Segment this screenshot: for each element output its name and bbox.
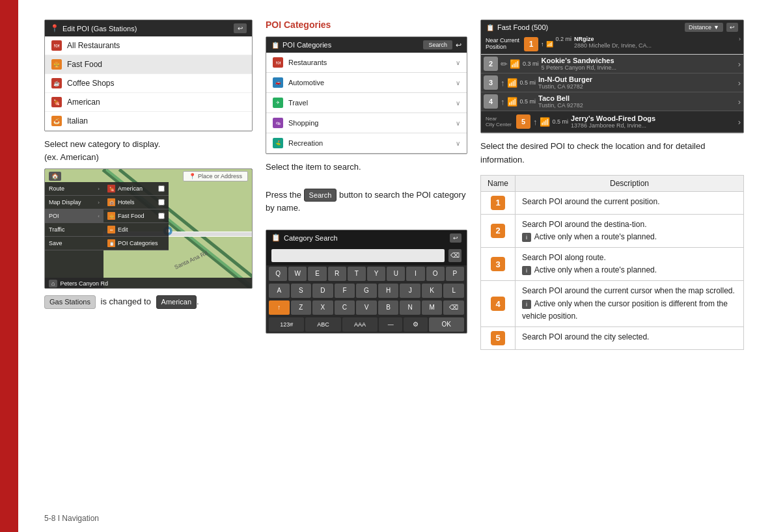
kbd-key-backspace[interactable]: ⌫ [443, 300, 464, 315]
num-badge-1: 1 [491, 196, 505, 210]
kbd-key-h[interactable]: H [378, 284, 399, 298]
cat-title: POI Categories [282, 41, 331, 49]
poi-back-button[interactable]: ↩ [234, 23, 247, 33]
poi-header-left: 📍 Edit POI (Gas Stations) [50, 24, 137, 33]
cat-icon-shopping: 🛍 [273, 118, 283, 128]
kbd-key-q[interactable]: Q [269, 267, 287, 281]
ff-icons-3: ↑ 📶 [501, 78, 517, 88]
cat-search-button[interactable]: Search [423, 40, 452, 49]
menu-save[interactable]: Save [45, 237, 103, 250]
cat-back-button[interactable]: ↩ [456, 41, 461, 49]
kbd-key-123[interactable]: 123# [269, 317, 304, 332]
ff-name-1: NRgize [574, 36, 739, 42]
kbd-key-dash[interactable]: — [379, 317, 402, 332]
sort-chevron-icon: ▼ [713, 24, 719, 31]
kbd-key-i[interactable]: I [406, 267, 424, 281]
ff-icon: 📋 [486, 24, 494, 31]
kbd-key-k[interactable]: K [422, 284, 443, 298]
ff-item-4[interactable]: 4 ↑ 📶 0.5 mi Taco Bell Tustin, CA 92782 … [481, 92, 743, 111]
kbd-key-p[interactable]: P [446, 267, 464, 281]
kbd-key-f[interactable]: F [335, 284, 355, 298]
kbd-title-left: 📋 Category Search [271, 233, 338, 242]
map-street-label: Peters Canyon Rd [60, 280, 108, 287]
info-icon-3: i [522, 266, 531, 275]
kbd-key-o[interactable]: O [426, 267, 445, 281]
kbd-key-u[interactable]: U [387, 267, 405, 281]
kbd-text-input[interactable] [271, 249, 445, 262]
kbd-key-s[interactable]: S [291, 284, 312, 298]
cat-item-recreation[interactable]: ⛳ Recreation ∨ [266, 133, 467, 153]
kbd-key-shift[interactable]: ↑ [269, 300, 290, 315]
ff-item-2[interactable]: 2 ✏ 📶 0.3 mi Kookie's Sandwiches 5 Peter… [481, 55, 743, 73]
submenu-hotels[interactable]: 🏨 Hotels [103, 196, 169, 209]
kbd-delete-button[interactable]: ⌫ [448, 249, 461, 262]
kbd-key-j[interactable]: J [400, 284, 420, 298]
ff-sort-button[interactable]: Distance ▼ [685, 23, 723, 32]
ff-item-1[interactable]: Near CurrentPosition 1 ↑ 📶 0.2 mi NRgize… [481, 34, 743, 55]
poi-item-italian[interactable]: 🍝 Italian [45, 112, 252, 131]
cat-label-shopping: Shopping [288, 119, 319, 127]
map-header: 🏠 📍 Place or Address [45, 169, 252, 183]
submenu-edit[interactable]: ✏ Edit [103, 223, 169, 237]
kbd-key-v[interactable]: V [356, 300, 377, 315]
kbd-key-x[interactable]: X [312, 300, 333, 315]
checkbox-hotels[interactable] [158, 199, 165, 206]
table-num-5: 5 [481, 326, 516, 349]
submenu-fastfood[interactable]: 🍔 Fast Food [103, 209, 169, 223]
poi-icon-3: ☕ [51, 78, 62, 88]
menu-arrow-map: › [98, 200, 100, 206]
ff-item-3[interactable]: 3 ↑ 📶 0.5 mi In-N-Out Burger Tustin, CA … [481, 73, 743, 92]
poi-item-american[interactable]: 🍖 American [45, 93, 252, 112]
map-bottom-bar: ⌂ Peters Canyon Rd [45, 278, 252, 289]
kbd-key-t[interactable]: T [348, 267, 366, 281]
kbd-key-b[interactable]: B [378, 300, 399, 315]
signal-icon-5: 📶 [540, 117, 550, 127]
kbd-key-z[interactable]: Z [291, 300, 312, 315]
kbd-key-w[interactable]: W [288, 267, 307, 281]
kbd-back-button[interactable]: ↩ [450, 233, 461, 243]
poi-item-all-restaurants[interactable]: 🍽 All Restaurants [45, 36, 252, 55]
ff-item-5[interactable]: NearCity Center 5 ↑ 📶 0.5 mi Jerry's Woo… [481, 111, 743, 133]
kbd-key-c[interactable]: C [335, 300, 355, 315]
ff-icons-2: ✏ 📶 [501, 59, 520, 69]
kbd-key-l[interactable]: L [443, 284, 464, 298]
select-category-text: Select new category to display. (ex. Ame… [44, 138, 253, 163]
arrow-icon-3: ↑ [501, 78, 505, 88]
svg-text:Santa Ana Rd: Santa Ana Rd [173, 250, 208, 271]
kbd-key-y[interactable]: Y [367, 267, 385, 281]
kbd-key-m[interactable]: M [422, 300, 443, 315]
cat-label-recreation: Recreation [288, 139, 323, 147]
kbd-key-r[interactable]: R [328, 267, 346, 281]
kbd-key-gear[interactable]: ⚙ [404, 317, 427, 332]
kbd-key-abc[interactable]: ABC [305, 317, 340, 332]
kbd-key-n[interactable]: N [400, 300, 420, 315]
kbd-key-ok[interactable]: OK [429, 317, 464, 332]
checkbox-american[interactable] [158, 185, 165, 192]
submenu-poi-categories[interactable]: 📋 POI Categories [103, 237, 169, 250]
poi-item-coffee[interactable]: ☕ Coffee Shops [45, 74, 252, 93]
kbd-key-aaa[interactable]: AAA [342, 317, 378, 332]
col-left: 📍 Edit POI (Gas Stations) ↩ 🍽 All Restau… [44, 20, 253, 519]
submenu-icon-fastfood: 🍔 [107, 212, 115, 220]
kbd-key-a[interactable]: A [269, 284, 290, 298]
submenu-american[interactable]: 🍖 American [103, 182, 169, 196]
kbd-key-e[interactable]: E [308, 267, 326, 281]
ff-dist-1: 0.2 mi [553, 36, 575, 53]
checkbox-fastfood[interactable] [158, 213, 165, 219]
menu-map-display[interactable]: Map Display › [45, 196, 103, 209]
ff-addr-3: Tustin, CA 92782 [538, 83, 738, 90]
ff-name-4: Taco Bell [538, 94, 738, 102]
ff-back-button[interactable]: ↩ [726, 23, 738, 32]
cat-item-automotive[interactable]: 🚗 Automotive ∨ [266, 73, 467, 93]
ff-num-5: 5 [516, 114, 530, 129]
cat-item-shopping[interactable]: 🛍 Shopping ∨ [266, 113, 467, 133]
menu-poi[interactable]: POI ‹ [45, 209, 103, 223]
poi-item-fast-food[interactable]: 🍔 Fast Food [45, 55, 252, 74]
menu-traffic[interactable]: Traffic [45, 223, 103, 237]
search-badge: Search [304, 189, 337, 202]
kbd-key-d[interactable]: D [312, 284, 333, 298]
menu-route[interactable]: Route › [45, 182, 103, 196]
cat-item-travel[interactable]: ✈ Travel ∨ [266, 93, 467, 113]
kbd-key-g[interactable]: G [356, 284, 377, 298]
cat-item-restaurants[interactable]: 🍽 Restaurants ∨ [266, 53, 467, 73]
